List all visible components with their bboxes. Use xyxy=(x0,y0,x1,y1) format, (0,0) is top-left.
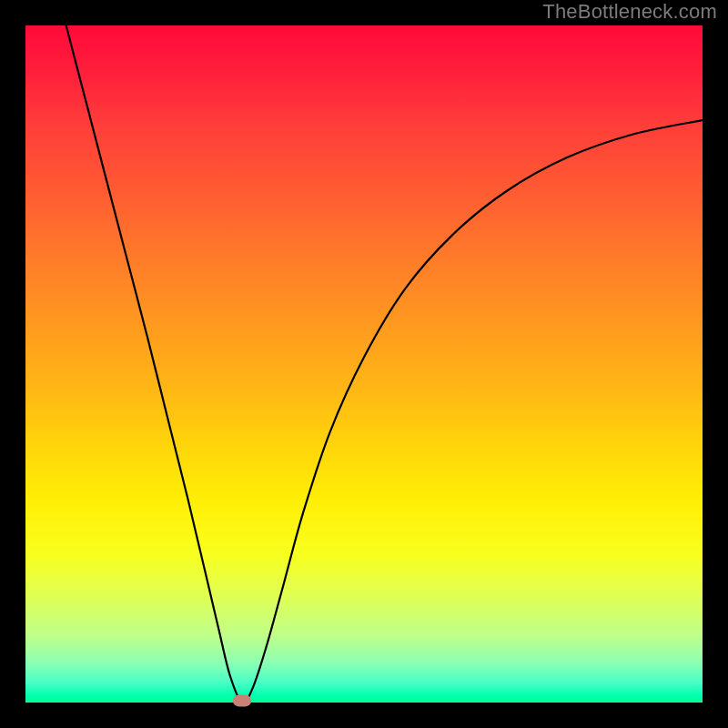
chart-frame: TheBottleneck.com xyxy=(0,0,728,728)
bottleneck-curve xyxy=(25,25,703,703)
watermark-text: TheBottleneck.com xyxy=(542,0,717,24)
minimum-marker xyxy=(233,694,251,706)
plot-area xyxy=(25,25,703,703)
bottleneck-curve-path xyxy=(66,25,703,703)
